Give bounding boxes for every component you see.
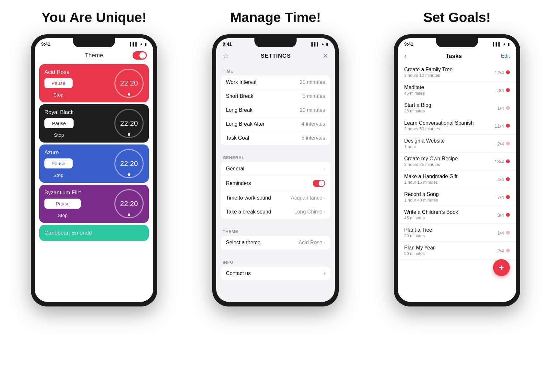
row-value-work-sound: Acquaintance › bbox=[291, 195, 325, 201]
task-left-spanish: Learn Conversational Spanish 2 hours 50 … bbox=[404, 120, 474, 131]
settings-group-theme: Select a theme Acid Rose › bbox=[221, 236, 330, 249]
settings-row-short-break[interactable]: Short Break 5 minutes bbox=[221, 89, 330, 103]
page-layout: You Are Unique! 9:41 ▌▌▌ ▲ ▮ Theme bbox=[6, 10, 545, 306]
task-item-tree[interactable]: Plant a Tree 20 minutes 1/4 bbox=[398, 224, 516, 242]
stop-label-royal-black[interactable]: Stop bbox=[44, 132, 74, 138]
task-item-gift[interactable]: Make a Handmade Gift 1 hour 15 minutes 4… bbox=[398, 170, 516, 188]
phone-1-inner: 9:41 ▌▌▌ ▲ ▮ Theme bbox=[35, 38, 153, 302]
timer-value-byzantium: 22:20 bbox=[120, 200, 138, 208]
theme-card-byzantium: Byzantium Flirt Pause Stop 22:20 bbox=[39, 185, 149, 223]
theme-header: Theme bbox=[35, 48, 153, 62]
task-right-gift: 4/4 bbox=[497, 177, 510, 182]
task-right-spanish: 11/4 bbox=[495, 123, 510, 129]
task-count-plan: 2/4 bbox=[497, 248, 504, 253]
reminders-toggle[interactable] bbox=[313, 180, 325, 187]
theme-name-azure: Azure bbox=[44, 149, 73, 156]
task-name-gift: Make a Handmade Gift bbox=[404, 174, 458, 179]
column-3: Set Goals! 9:41 ▌▌▌ ▲ ▮ ‹ Tasks Edit bbox=[376, 10, 538, 306]
row-value-contact: › bbox=[323, 271, 325, 276]
status-time-2: 9:41 bbox=[223, 41, 232, 47]
signal-icon-2: ▌▌▌ bbox=[311, 42, 320, 46]
task-left-tree: Plant a Tree 20 minutes bbox=[404, 227, 432, 238]
task-item-blog[interactable]: Start a Blog 25 minutes 1/4 bbox=[398, 99, 516, 117]
chevron-general: › bbox=[323, 166, 325, 171]
notch-bar-2: 9:41 ▌▌▌ ▲ ▮ bbox=[216, 38, 335, 48]
headline-3: Set Goals! bbox=[423, 10, 491, 25]
pause-button-byzantium[interactable]: Pause bbox=[44, 199, 81, 209]
timer-circle-byzantium: 22:20 bbox=[114, 189, 144, 218]
row-label-long-break: Long Break bbox=[226, 107, 252, 113]
task-item-family-tree[interactable]: Create a Family Tree 3 hours 10 minutes … bbox=[398, 63, 516, 81]
pause-button-azure[interactable]: Pause bbox=[44, 158, 73, 168]
settings-row-long-break-after[interactable]: Long Break After 4 intervals bbox=[221, 117, 330, 131]
stop-label-azure[interactable]: Stop bbox=[44, 172, 73, 178]
task-left-gift: Make a Handmade Gift 1 hour 15 minutes bbox=[404, 174, 458, 185]
task-item-song[interactable]: Record a Song 1 hour 40 minutes 7/4 bbox=[398, 188, 516, 206]
section-label-theme: THEME bbox=[216, 224, 335, 236]
phone-3: 9:41 ▌▌▌ ▲ ▮ ‹ Tasks Edit C bbox=[394, 34, 520, 306]
notch-bar-1: 9:41 ▌▌▌ ▲ ▮ bbox=[35, 38, 153, 48]
theme-name-acid-rose: Acid Rose bbox=[44, 69, 73, 75]
close-icon[interactable]: ✕ bbox=[322, 52, 328, 60]
settings-header: ☆ SETTINGS ✕ bbox=[216, 48, 335, 63]
timer-value-royal-black: 22:20 bbox=[120, 119, 138, 128]
settings-row-contact[interactable]: Contact us › bbox=[221, 267, 330, 280]
task-duration-blog: 25 minutes bbox=[404, 109, 431, 113]
theme-name-caribbean: Caribbean Emerald bbox=[44, 230, 92, 236]
task-item-book[interactable]: Write a Children's Book 45 minutes 3/4 bbox=[398, 206, 516, 224]
star-icon[interactable]: ☆ bbox=[223, 52, 229, 60]
wifi-icon-3: ▲ bbox=[502, 42, 506, 46]
chevron-work-sound: › bbox=[323, 195, 325, 201]
theme-card-acid-rose: Acid Rose Pause Stop 22:20 bbox=[39, 64, 149, 102]
tasks-container: Create a Family Tree 3 hours 10 minutes … bbox=[398, 63, 516, 302]
phone-3-inner: 9:41 ▌▌▌ ▲ ▮ ‹ Tasks Edit C bbox=[398, 38, 516, 302]
pause-button-royal-black[interactable]: Pause bbox=[44, 118, 74, 128]
task-right-song: 7/4 bbox=[497, 194, 510, 200]
task-item-plan[interactable]: Plan My Year 50 minutes 2/4 bbox=[398, 242, 516, 259]
timer-value-azure: 22:20 bbox=[120, 159, 138, 168]
task-item-spanish[interactable]: Learn Conversational Spanish 2 hours 50 … bbox=[398, 117, 516, 135]
settings-row-reminders[interactable]: Reminders bbox=[221, 176, 330, 191]
task-dot-gift bbox=[506, 177, 510, 181]
settings-group-info: Contact us › bbox=[221, 267, 330, 280]
task-left-recipe: Create my Own Recipe 2 hours 25 minutes bbox=[404, 156, 458, 167]
settings-row-task-goal[interactable]: Task Goal 5 intervals bbox=[221, 131, 330, 145]
row-value-break-sound: Long Chime › bbox=[294, 209, 325, 215]
task-item-website[interactable]: Design a Website 1 hour 2/4 bbox=[398, 135, 516, 153]
task-count-tree: 1/4 bbox=[497, 230, 504, 236]
stop-label-acid-rose[interactable]: Stop bbox=[44, 92, 73, 98]
settings-row-general[interactable]: General › bbox=[221, 162, 330, 176]
task-name-tree: Plant a Tree bbox=[404, 227, 432, 233]
task-count-meditate: 3/4 bbox=[497, 87, 504, 93]
edit-button[interactable]: Edit bbox=[501, 53, 510, 59]
task-duration-meditate: 45 minutes bbox=[404, 91, 425, 96]
settings-row-work-sound[interactable]: Time to work sound Acquaintance › bbox=[221, 191, 330, 205]
theme-toggle[interactable] bbox=[133, 51, 147, 60]
task-item-recipe[interactable]: Create my Own Recipe 2 hours 25 minutes … bbox=[398, 153, 516, 170]
status-time-1: 9:41 bbox=[41, 41, 50, 47]
task-name-blog: Start a Blog bbox=[404, 102, 431, 108]
pause-button-acid-rose[interactable]: Pause bbox=[44, 78, 73, 88]
settings-screen-title: SETTINGS bbox=[261, 53, 291, 59]
chevron-contact: › bbox=[323, 271, 325, 276]
settings-row-long-break[interactable]: Long Break 20 minutes bbox=[221, 103, 330, 117]
task-duration-recipe: 2 hours 25 minutes bbox=[404, 162, 458, 167]
section-label-info: INFO bbox=[216, 255, 335, 267]
back-button[interactable]: ‹ bbox=[404, 52, 406, 60]
wifi-icon: ▲ bbox=[139, 42, 143, 46]
task-duration-family-tree: 3 hours 10 minutes bbox=[404, 73, 452, 78]
settings-row-select-theme[interactable]: Select a theme Acid Rose › bbox=[221, 236, 330, 249]
settings-group-time: Work Interval 25 minutes Short Break 5 m… bbox=[221, 75, 330, 145]
row-value-task-goal: 5 intervals bbox=[301, 135, 325, 141]
task-left-plan: Plan My Year 50 minutes bbox=[404, 245, 435, 256]
task-item-meditate[interactable]: Meditate 45 minutes 3/4 bbox=[398, 81, 516, 99]
row-label-reminders: Reminders bbox=[226, 180, 251, 186]
settings-content: TIME Work Interval 25 minutes Short Brea… bbox=[216, 63, 335, 302]
add-task-button[interactable]: + bbox=[493, 259, 510, 276]
stop-label-byzantium[interactable]: Stop bbox=[44, 213, 81, 218]
settings-row-break-sound[interactable]: Take a break sound Long Chime › bbox=[221, 205, 330, 219]
row-label-short-break: Short Break bbox=[226, 93, 253, 99]
task-count-gift: 4/4 bbox=[497, 177, 504, 182]
notch-cutout-2 bbox=[254, 38, 297, 47]
settings-row-work-interval[interactable]: Work Interval 25 minutes bbox=[221, 75, 330, 89]
